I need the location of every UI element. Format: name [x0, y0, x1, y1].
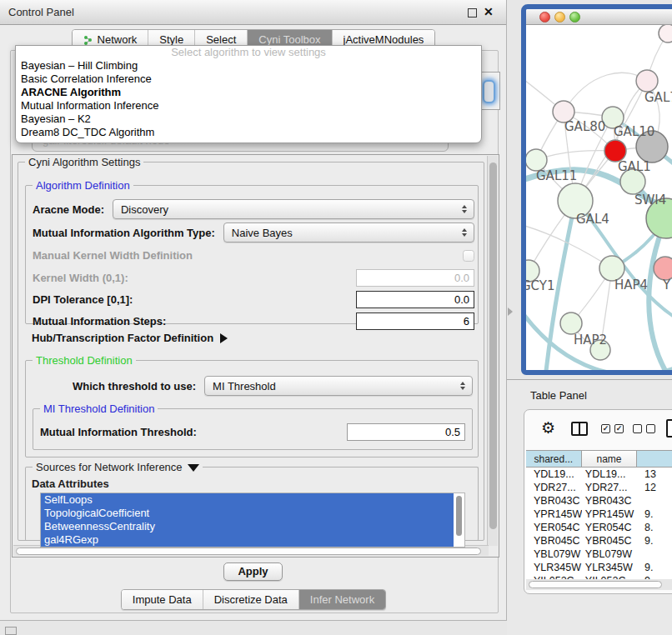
table-cell[interactable] — [637, 494, 672, 508]
table-cell[interactable]: YBR043C — [526, 494, 582, 508]
export-table-icon[interactable] — [666, 419, 672, 438]
table-cell[interactable]: YDR27... — [526, 481, 582, 494]
table-cell[interactable]: YLR345W — [582, 561, 637, 574]
minimize-traffic-light-icon[interactable] — [554, 12, 565, 22]
float-panel-icon[interactable] — [468, 8, 477, 18]
show-columns-icon[interactable] — [571, 422, 588, 436]
tab-infer-network[interactable]: Infer Network — [298, 590, 385, 609]
table-cell[interactable]: 9. — [637, 534, 672, 548]
table-cell[interactable]: YER054C — [582, 521, 637, 534]
splitter-handle[interactable] — [508, 308, 513, 316]
dropdown-item[interactable]: ARACNE Algorithm — [16, 86, 481, 99]
table-cell[interactable]: YDL19... — [582, 468, 637, 481]
focused-stepper[interactable] — [483, 80, 495, 103]
node-hap2[interactable] — [560, 312, 582, 334]
close-panel-icon[interactable]: ✕ — [484, 5, 494, 18]
dropdown-item-list: Bayesian – Hill ClimbingBasic Correlatio… — [16, 59, 481, 139]
table-row[interactable]: YER054CYER054C8. — [526, 521, 672, 534]
group-title: Cyni Algorithm Settings — [25, 156, 143, 168]
network-view-window[interactable]: GAL7GAL80GAL10GAL1GAL11SWI4GAL4GCY1HAP4Y… — [521, 4, 672, 375]
dropdown-item[interactable]: Bayesian – K2 — [16, 112, 481, 126]
tab-discretize-data[interactable]: Discretize Data — [203, 590, 298, 609]
dropdown-item[interactable]: Mutual Information Inference — [16, 99, 481, 112]
mi-algorithm-type-combobox[interactable]: Naive Bayes — [223, 222, 474, 242]
close-traffic-light-icon[interactable] — [539, 12, 550, 22]
table-cell[interactable]: 9. — [637, 561, 672, 574]
node-gal7-label: GAL7 — [644, 90, 672, 105]
apply-button[interactable]: Apply — [223, 562, 283, 581]
aracne-mode-combobox[interactable]: Discovery — [113, 199, 474, 219]
table-cell[interactable]: YPR145W — [582, 508, 637, 521]
gear-icon[interactable]: ⚙ — [541, 418, 555, 438]
node-salmon[interactable] — [654, 257, 672, 280]
table-row[interactable]: YLR345WYLR345W9. — [526, 561, 672, 574]
tab-impute-data[interactable]: Impute Data — [122, 590, 203, 609]
network-icon — [83, 35, 93, 45]
list-scrollbar-thumb[interactable] — [456, 496, 462, 536]
table-cell[interactable]: 9. — [637, 508, 672, 521]
table-cell[interactable]: YPR145W — [526, 508, 582, 521]
vertical-scrollbar-thumb[interactable] — [489, 162, 497, 529]
dropdown-item[interactable]: Dream8 DC_TDC Algorithm — [16, 126, 481, 139]
table-cell[interactable]: YER054C — [526, 521, 582, 534]
table-cell[interactable]: YDR27... — [582, 481, 637, 494]
control-panel-window: Control Panel ✕ Network Style Select Cyn… — [0, 0, 507, 621]
table-cell[interactable]: YBR045C — [582, 534, 637, 548]
table-cell[interactable]: YBR043C — [582, 494, 637, 508]
table-row[interactable]: YDR27...YDR27...12 — [526, 481, 672, 494]
table-cell[interactable]: 13 — [637, 468, 672, 481]
table-cell[interactable] — [637, 548, 672, 561]
horizontal-scrollbar-thumb[interactable] — [16, 548, 481, 555]
zoom-traffic-light-icon[interactable] — [569, 12, 580, 22]
attribute-list-item[interactable]: BetweennessCentrality — [41, 520, 454, 533]
table-cell[interactable]: YBL079W — [582, 548, 637, 561]
table-body: YDL19...YDL19...13YDR27...YDR27...12YBR0… — [526, 468, 672, 587]
table-cell[interactable]: 12 — [637, 481, 672, 494]
mi-steps-label: Mutual Information Steps: — [33, 315, 166, 328]
network-window-titlebar — [526, 9, 672, 25]
node-top[interactable] — [659, 25, 672, 42]
group-title: Algorithm Definition — [33, 179, 133, 192]
manual-kernel-width-label: Manual Kernel Width Definition — [33, 249, 193, 262]
dropdown-item[interactable]: Bayesian – Hill Climbing — [16, 59, 481, 72]
column-header-partial[interactable] — [637, 450, 672, 468]
table-cell[interactable]: YDL19... — [526, 468, 582, 481]
dropdown-item[interactable]: Basic Correlation Inference — [16, 72, 481, 86]
sources-group-title[interactable]: Sources for Network Inference — [33, 461, 203, 473]
table-cell[interactable]: YBR045C — [526, 534, 582, 548]
attribute-list-item[interactable]: SelfLoops — [41, 493, 454, 507]
column-header-shared[interactable]: shared... — [526, 450, 582, 468]
table-cell[interactable]: YLR345W — [526, 561, 582, 574]
table-row[interactable]: YBR045CYBR045C9. — [526, 534, 672, 548]
mi-threshold-field[interactable]: 0.5 — [347, 423, 465, 441]
stepper-arrows-icon — [457, 382, 469, 390]
table-row[interactable]: YBL079WYBL079W — [526, 548, 672, 561]
deselect-all-columns-icon[interactable] — [633, 424, 655, 433]
column-header-name[interactable]: name — [582, 450, 638, 468]
hub-definition-toggle[interactable]: Hub/Transcription Factor Definition — [32, 332, 228, 344]
mi-steps-field[interactable]: 6 — [356, 312, 474, 330]
table-row[interactable]: YPR145WYPR145W9. — [526, 508, 672, 521]
data-attributes-list[interactable]: SelfLoopsTopologicalCoefficientBetweenne… — [40, 492, 465, 548]
table-row[interactable]: YDL19...YDL19...13 — [526, 468, 672, 481]
node-gal7[interactable] — [636, 70, 658, 92]
manual-kernel-width-checkbox[interactable] — [463, 250, 474, 262]
attribute-list-item[interactable]: TopologicalCoefficient — [41, 507, 454, 520]
attribute-list-item[interactable]: gal4RGexp — [41, 533, 454, 547]
table-header-row: shared... name — [526, 450, 672, 468]
aracne-mode-label: Aracne Mode: — [33, 203, 104, 216]
which-threshold-combobox[interactable]: MI Threshold — [204, 376, 473, 396]
vertical-scrollbar[interactable] — [487, 156, 498, 546]
table-cell[interactable]: 8. — [637, 521, 672, 534]
network-canvas[interactable]: GAL7GAL80GAL10GAL1GAL11SWI4GAL4GCY1HAP4Y… — [526, 25, 672, 370]
kernel-width-field[interactable]: 0.0 — [356, 269, 474, 287]
table-horizontal-scrollbar-thumb[interactable] — [529, 581, 662, 588]
panel-title: Control Panel — [8, 6, 74, 18]
panel-corner-icon[interactable] — [5, 627, 17, 635]
table-row[interactable]: YBR043CYBR043C — [526, 494, 672, 508]
dpi-tolerance-field[interactable]: 0.0 — [356, 291, 474, 308]
table-cell[interactable]: YBL079W — [526, 548, 582, 561]
select-all-columns-icon[interactable]: ✓✓ — [601, 424, 624, 433]
hub-definition-label: Hub/Transcription Factor Definition — [32, 332, 213, 344]
table-horizontal-scrollbar[interactable] — [526, 579, 672, 590]
